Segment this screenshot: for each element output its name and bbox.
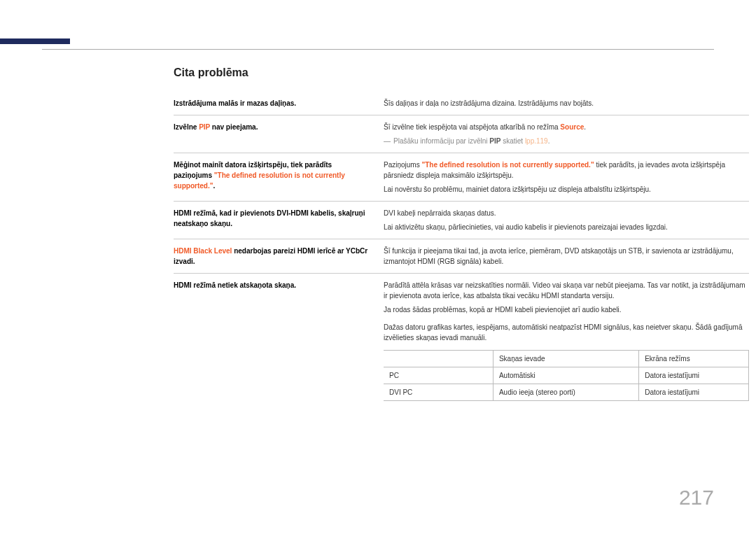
answer-text: Lai novērstu šo problēmu, mainiet datora… bbox=[384, 184, 749, 195]
table-row: HDMI Black Level nedarbojas pareizi HDMI… bbox=[174, 239, 749, 274]
answer-text: DVI kabeļi nepārraida skaņas datus. bbox=[384, 208, 749, 218]
table-cell: PC bbox=[384, 367, 493, 384]
issue-cell: HDMI Black Level nedarbojas pareizi HDMI… bbox=[174, 246, 384, 267]
table-cell bbox=[384, 351, 493, 367]
table-row: HDMI režīmā, kad ir pievienots DVI-HDMI … bbox=[174, 202, 749, 239]
page-number: 217 bbox=[679, 486, 714, 510]
answer-text: Šī izvēlne tiek iespējota vai atspējota … bbox=[384, 122, 749, 132]
table-cell: Datora iestatījumi bbox=[639, 384, 749, 401]
issue-cell: Izvēlne PIP nav pieejama. bbox=[174, 122, 384, 146]
table-cell: Automātiski bbox=[493, 367, 638, 384]
answer-red: "The defined resolution is not currently… bbox=[421, 161, 594, 169]
page: Cita problēma Izstrādājuma malās ir maza… bbox=[0, 0, 756, 534]
issue-text: HDMI režīmā, kad ir pievienots DVI-HDMI … bbox=[174, 209, 365, 227]
issue-cell: Izstrādājuma malās ir mazas daļiņas. bbox=[174, 98, 384, 108]
dash-icon: ― bbox=[384, 136, 393, 146]
table-cell: Ekrāna režīms bbox=[639, 351, 749, 367]
table-cell: Datora iestatījumi bbox=[639, 367, 749, 384]
answer-cell: Šīs daļiņas ir daļa no izstrādājuma diza… bbox=[384, 98, 749, 108]
issue-post: . bbox=[213, 182, 215, 190]
issue-text: HDMI režīmā netiek atskaņota skaņa. bbox=[174, 281, 296, 289]
header-rule bbox=[42, 49, 714, 50]
source-highlight: Source bbox=[560, 123, 584, 131]
text: . bbox=[584, 123, 586, 131]
issue-cell: Mēģinot mainīt datora izšķirtspēju, tiek… bbox=[174, 160, 384, 195]
table-row: PC Automātiski Datora iestatījumi bbox=[384, 367, 749, 384]
answer-text: Parādītā attēla krāsas var neizskatīties… bbox=[384, 280, 749, 301]
issue-red: HDMI Black Level bbox=[174, 247, 232, 255]
text: Šī izvēlne tiek iespējota vai atspējota … bbox=[384, 123, 560, 131]
note-post: . bbox=[548, 137, 550, 145]
answer-cell: Šī funkcija ir pieejama tikai tad, ja av… bbox=[384, 246, 749, 267]
issue-text-red: PIP bbox=[199, 123, 210, 131]
issue-text-pre: Izvēlne bbox=[174, 123, 199, 131]
answer-text: Šīs daļiņas ir daļa no izstrādājuma diza… bbox=[384, 98, 749, 108]
answer-cell: Paziņojums "The defined resolution is no… bbox=[384, 160, 749, 195]
table-row: Mēģinot mainīt datora izšķirtspēju, tiek… bbox=[174, 153, 749, 202]
answer-cell: DVI kabeļi nepārraida skaņas datus. Lai … bbox=[384, 208, 749, 232]
table-row: DVI PC Audio ieeja (stereo porti) Datora… bbox=[384, 384, 749, 401]
table-row: Izvēlne PIP nav pieejama. Šī izvēlne tie… bbox=[174, 115, 749, 153]
table-cell: Skaņas ievade bbox=[493, 351, 638, 367]
header-accent-bar bbox=[0, 38, 70, 44]
answer-text: Dažas datoru grafikas kartes, iespējams,… bbox=[384, 322, 749, 343]
table-row: HDMI režīmā netiek atskaņota skaņa. Parā… bbox=[174, 274, 749, 407]
table-cell: DVI PC bbox=[384, 384, 493, 401]
text: Paziņojums bbox=[384, 161, 421, 169]
content-area: Cita problēma Izstrādājuma malās ir maza… bbox=[174, 66, 749, 407]
answer-cell: Parādītā attēla krāsas var neizskatīties… bbox=[384, 280, 749, 401]
issue-cell: HDMI režīmā netiek atskaņota skaņa. bbox=[174, 280, 384, 401]
answer-text: Lai aktivizētu skaņu, pārliecinieties, v… bbox=[384, 222, 749, 232]
note-mid: skatiet bbox=[500, 137, 524, 145]
section-title: Cita problēma bbox=[174, 66, 749, 79]
table-cell: Audio ieeja (stereo porti) bbox=[493, 384, 638, 401]
settings-table: Skaņas ievade Ekrāna režīms PC Automātis… bbox=[384, 350, 749, 401]
answer-text: Ja rodas šādas problēmas, kopā ar HDMI k… bbox=[384, 304, 749, 315]
table-row: Izstrādājuma malās ir mazas daļiņas. Šīs… bbox=[174, 92, 749, 115]
answer-cell: Šī izvēlne tiek iespējota vai atspējota … bbox=[384, 122, 749, 146]
issue-text-post: nav pieejama. bbox=[210, 123, 258, 131]
note-bold: PIP bbox=[489, 137, 500, 145]
note-line: ―Plašāku informāciju par izvēlni PIP ska… bbox=[384, 136, 749, 146]
issue-cell: HDMI režīmā, kad ir pievienots DVI-HDMI … bbox=[174, 208, 384, 232]
table-row: Skaņas ievade Ekrāna režīms bbox=[384, 351, 749, 367]
issue-text: Izstrādājuma malās ir mazas daļiņas. bbox=[174, 99, 296, 107]
note-pre: Plašāku informāciju par izvēlni bbox=[393, 137, 489, 145]
answer-text: Paziņojums "The defined resolution is no… bbox=[384, 160, 749, 181]
answer-text: Šī funkcija ir pieejama tikai tad, ja av… bbox=[384, 246, 749, 267]
page-link[interactable]: lpp.119 bbox=[525, 137, 548, 145]
